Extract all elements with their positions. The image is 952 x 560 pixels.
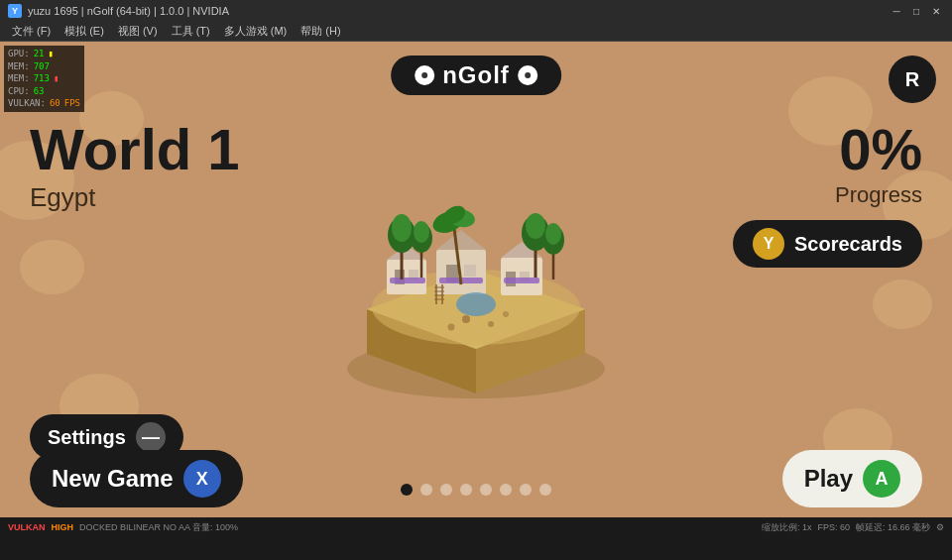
scorecards-label: Scorecards	[794, 233, 902, 256]
menu-multiplayer[interactable]: 多人游戏 (M)	[218, 23, 294, 41]
status-bar: VULKAN HIGH DOCKED BILINEAR NO AA 音量: 10…	[0, 517, 952, 537]
r-button[interactable]: R	[889, 56, 936, 103]
status-vulkan: VULKAN	[8, 522, 46, 532]
mem2-bar: ▮	[54, 72, 59, 85]
mem2-value: 713	[34, 72, 50, 85]
progress-label: Progress	[733, 182, 922, 208]
ngolf-logo-text: nGolf	[442, 61, 510, 89]
map-container	[298, 91, 654, 428]
status-frametime: 帧延迟: 16.66 毫秒	[856, 521, 930, 534]
cpu-value: 63	[34, 85, 45, 98]
dot-4[interactable]	[460, 484, 472, 496]
world-subtitle: Egypt	[30, 182, 240, 213]
gpu-bar: ▮	[49, 48, 54, 60]
menu-file[interactable]: 文件 (F)	[6, 23, 57, 41]
ngolf-logo: nGolf	[391, 56, 561, 95]
dot-1[interactable]	[401, 484, 413, 496]
title-bar-text: yuzu 1695 | nGolf (64-bit) | 1.0.0 | NVI…	[28, 5, 229, 17]
gpu-overlay: GPU: 21 ▮ MEM: 707 MEM: 713 ▮ CPU: 63 VU…	[4, 46, 84, 112]
status-settings-icon: ⚙	[936, 522, 944, 532]
dot-8[interactable]	[539, 484, 551, 496]
status-right: 缩放比例: 1x FPS: 60 帧延迟: 16.66 毫秒 ⚙	[762, 521, 944, 534]
close-button[interactable]: ✕	[928, 3, 944, 19]
a-key-icon: A	[863, 460, 900, 498]
dot-7[interactable]	[520, 484, 532, 496]
progress-percent: 0%	[733, 121, 922, 178]
y-key-icon: Y	[753, 228, 784, 260]
new-game-button[interactable]: New Game X	[30, 450, 243, 507]
game-area: GPU: 21 ▮ MEM: 707 MEM: 713 ▮ CPU: 63 VU…	[0, 42, 952, 517]
status-left: VULKAN HIGH DOCKED BILINEAR NO AA 音量: 10…	[8, 521, 238, 534]
maximize-button[interactable]: □	[908, 3, 924, 19]
dot-2[interactable]	[420, 484, 432, 496]
island-svg	[307, 111, 645, 408]
title-bar-left: Y yuzu 1695 | nGolf (64-bit) | 1.0.0 | N…	[8, 4, 229, 18]
progress-section: 0% Progress Y Scorecards	[733, 121, 922, 268]
settings-label: Settings	[48, 426, 126, 449]
status-scale: 缩放比例: 1x	[762, 521, 812, 534]
golf-ball-left	[415, 65, 434, 85]
cpu-label: CPU:	[8, 85, 30, 98]
menu-view[interactable]: 视图 (V)	[112, 23, 164, 41]
gpu-label: GPU:	[8, 48, 30, 60]
fps-unit: FPS	[64, 97, 80, 110]
world-name: World 1	[30, 121, 240, 178]
status-fps: FPS: 60	[817, 522, 850, 532]
minus-icon: —	[136, 422, 166, 452]
play-label: Play	[804, 465, 853, 493]
svg-point-38	[462, 315, 470, 323]
svg-point-40	[448, 324, 455, 331]
mem1-label: MEM:	[8, 60, 30, 73]
svg-point-24	[392, 214, 412, 242]
svg-point-30	[526, 213, 545, 239]
gpu-value: 21	[34, 48, 45, 60]
dot-3[interactable]	[440, 484, 452, 496]
svg-rect-20	[504, 278, 539, 283]
menu-bar: 文件 (F) 模拟 (E) 视图 (V) 工具 (T) 多人游戏 (M) 帮助 …	[0, 22, 952, 42]
svg-rect-13	[464, 265, 476, 277]
svg-rect-18	[390, 278, 425, 283]
minimize-button[interactable]: ─	[889, 3, 904, 19]
play-button[interactable]: Play A	[782, 450, 922, 507]
svg-point-33	[545, 223, 561, 245]
menu-emulate[interactable]: 模拟 (E)	[59, 23, 110, 41]
svg-point-21	[456, 292, 496, 316]
mem1-value: 707	[34, 60, 50, 73]
new-game-label: New Game	[52, 465, 174, 493]
status-info: DOCKED BILINEAR NO AA 音量: 100%	[79, 521, 238, 534]
svg-point-39	[488, 321, 494, 327]
scorecards-button[interactable]: Y Scorecards	[733, 220, 922, 268]
svg-point-27	[414, 221, 429, 243]
title-bar-controls: ─ □ ✕	[889, 3, 944, 19]
title-bar: Y yuzu 1695 | nGolf (64-bit) | 1.0.0 | N…	[0, 0, 952, 22]
pagination-dots	[401, 484, 551, 496]
dot-6[interactable]	[500, 484, 512, 496]
blob-decoration	[20, 240, 84, 294]
svg-point-41	[503, 311, 509, 317]
world-title: World 1 Egypt	[30, 121, 240, 213]
svg-marker-11	[436, 230, 486, 250]
vulkan-label: VULKAN:	[8, 97, 46, 110]
app-icon: Y	[8, 4, 22, 18]
menu-tools[interactable]: 工具 (T)	[166, 23, 216, 41]
status-level: HIGH	[52, 522, 74, 532]
menu-help[interactable]: 帮助 (H)	[295, 23, 346, 41]
x-key-icon: X	[183, 460, 221, 498]
dot-5[interactable]	[480, 484, 492, 496]
mem2-label: MEM:	[8, 72, 30, 85]
blob-decoration	[873, 280, 932, 329]
golf-ball-right	[518, 65, 537, 85]
fps-value: 60	[50, 97, 60, 110]
